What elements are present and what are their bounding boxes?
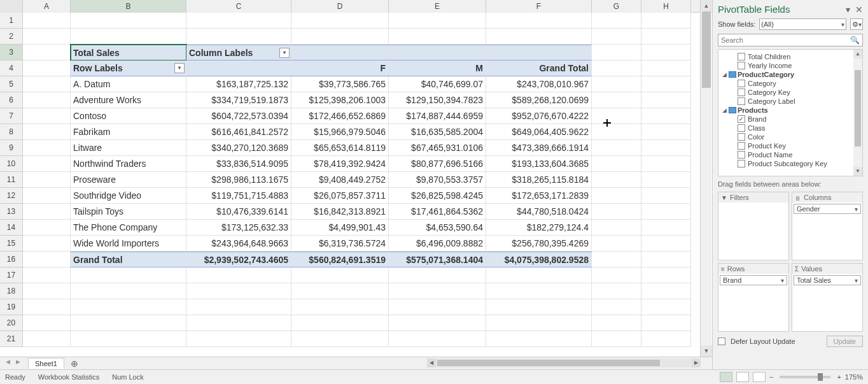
cell-A15[interactable] bbox=[23, 236, 71, 252]
ptf-fields-scroll-thumb[interactable] bbox=[855, 70, 861, 146]
pivot-title-cell[interactable]: Total Sales bbox=[71, 45, 186, 60]
cell-G9[interactable] bbox=[592, 140, 641, 156]
cell-E20[interactable] bbox=[389, 315, 486, 331]
cell-H17[interactable] bbox=[641, 267, 691, 283]
cell-D21[interactable] bbox=[291, 331, 389, 347]
cell-C18[interactable] bbox=[186, 283, 291, 299]
cell-D19[interactable] bbox=[291, 299, 389, 315]
cell-A3[interactable] bbox=[23, 45, 71, 60]
ptf-field-item[interactable]: Category Label bbox=[720, 97, 861, 106]
ptf-rows-chip[interactable]: Brand▾ bbox=[720, 275, 787, 285]
pivot-value-cell[interactable]: $26,825,598.4245 bbox=[389, 188, 486, 204]
pivot-value-cell[interactable]: $17,461,864.5362 bbox=[389, 204, 486, 220]
pivot-grand-total-value[interactable]: $575,071,368.1404 bbox=[389, 252, 486, 267]
row-header-17[interactable]: 17 bbox=[0, 267, 23, 283]
cell-B2[interactable] bbox=[71, 29, 186, 45]
pivot-value-cell[interactable]: $173,125,632.33 bbox=[186, 220, 291, 236]
ptf-field-item[interactable]: Category Key bbox=[720, 88, 861, 97]
cell-H8[interactable] bbox=[641, 124, 691, 140]
field-checkbox[interactable] bbox=[738, 142, 745, 150]
ptf-field-item[interactable]: Class bbox=[720, 124, 861, 132]
pivot-value-cell[interactable]: $78,419,392.9424 bbox=[291, 156, 389, 172]
pivot-value-cell[interactable]: $298,986,113.1675 bbox=[186, 172, 291, 188]
pivot-value-cell[interactable]: $129,150,394.7823 bbox=[389, 92, 486, 108]
pivot-value-cell[interactable]: $334,719,519.1873 bbox=[186, 92, 291, 108]
ptf-field-item[interactable]: Category bbox=[720, 79, 861, 88]
row-header-12[interactable]: 12 bbox=[0, 188, 23, 204]
cell-A17[interactable] bbox=[23, 267, 71, 283]
pivot-value-cell[interactable]: $16,842,313.8921 bbox=[291, 204, 389, 220]
cell-D20[interactable] bbox=[291, 315, 389, 331]
cell-H2[interactable] bbox=[641, 29, 691, 45]
cell-A2[interactable] bbox=[23, 29, 71, 45]
ptf-close-icon[interactable]: ✕ bbox=[855, 4, 863, 15]
cell-H11[interactable] bbox=[641, 172, 691, 188]
ptf-fields-scrollbar[interactable]: ▲ ▼ bbox=[853, 50, 862, 176]
ptf-field-item[interactable]: Brand bbox=[720, 115, 861, 124]
field-checkbox[interactable] bbox=[738, 151, 745, 159]
cell-A5[interactable] bbox=[23, 76, 71, 92]
pivot-row-label[interactable]: Fabrikam bbox=[71, 124, 186, 140]
cell-G8[interactable] bbox=[592, 124, 641, 140]
pivot-value-cell[interactable]: $16,635,585.2004 bbox=[389, 124, 486, 140]
cell-A18[interactable] bbox=[23, 283, 71, 299]
ptf-area-filters[interactable]: ▼Filters bbox=[718, 192, 789, 260]
pivot-col-hdr-f[interactable]: F bbox=[291, 60, 389, 76]
cell-H18[interactable] bbox=[641, 283, 691, 299]
field-checkbox[interactable] bbox=[738, 97, 745, 105]
row-header-2[interactable]: 2 bbox=[0, 29, 23, 45]
sheet-tab-sheet1[interactable]: Sheet1 bbox=[28, 358, 64, 369]
pivot-row-label[interactable]: Proseware bbox=[71, 172, 186, 188]
col-header-G[interactable]: G bbox=[592, 0, 641, 13]
scroll-right-button[interactable]: ▶ bbox=[692, 359, 701, 367]
cell-F18[interactable] bbox=[486, 283, 592, 299]
row-header-3[interactable]: 3 bbox=[0, 45, 23, 60]
cell-G2[interactable] bbox=[592, 29, 641, 45]
cell-G6[interactable] bbox=[592, 92, 641, 108]
row-header-19[interactable]: 19 bbox=[0, 299, 23, 315]
pivot-col-hdr-grand-total[interactable]: Grand Total bbox=[486, 60, 592, 76]
row-header-18[interactable]: 18 bbox=[0, 283, 23, 299]
cell-A14[interactable] bbox=[23, 220, 71, 236]
pivot-row-label[interactable]: Contoso bbox=[71, 108, 186, 124]
col-header-B[interactable]: B bbox=[71, 0, 186, 13]
cell-H5[interactable] bbox=[641, 76, 691, 92]
row-header-9[interactable]: 9 bbox=[0, 140, 23, 156]
cell-D18[interactable] bbox=[291, 283, 389, 299]
ptf-columns-chip[interactable]: Gender▾ bbox=[794, 204, 861, 214]
ptf-table-item[interactable]: ◢ProductCategory bbox=[720, 70, 861, 79]
pivot-value-cell[interactable]: $604,722,573.0394 bbox=[186, 108, 291, 124]
pivot-value-cell[interactable]: $952,076,670.4222 bbox=[486, 108, 592, 124]
cell-H3[interactable] bbox=[641, 45, 691, 60]
pivot-value-cell[interactable]: $125,398,206.1003 bbox=[291, 92, 389, 108]
cell-H7[interactable] bbox=[641, 108, 691, 124]
cell-A4[interactable] bbox=[23, 60, 71, 76]
ptf-values-chip[interactable]: Total Sales▾ bbox=[794, 275, 861, 285]
ptf-field-item[interactable]: Color bbox=[720, 132, 861, 141]
cell-A8[interactable] bbox=[23, 124, 71, 140]
cell-G14[interactable] bbox=[592, 220, 641, 236]
ptf-defer-layout[interactable]: Defer Layout Update bbox=[718, 338, 795, 345]
column-labels-dropdown[interactable]: ▾ bbox=[279, 48, 290, 58]
pivot-value-cell[interactable]: $26,075,857.3711 bbox=[291, 188, 389, 204]
vertical-scrollbar[interactable]: ▲ ▼ bbox=[700, 0, 711, 357]
cell-H13[interactable] bbox=[641, 204, 691, 220]
ptf-scroll-down-icon[interactable]: ▼ bbox=[853, 167, 862, 176]
row-header-6[interactable]: 6 bbox=[0, 92, 23, 108]
cell-F20[interactable] bbox=[486, 315, 592, 331]
pivot-value-cell[interactable]: $589,268,120.0699 bbox=[486, 92, 592, 108]
cell-F2[interactable] bbox=[486, 29, 592, 45]
scroll-left-button[interactable]: ◀ bbox=[427, 359, 436, 367]
cell-B20[interactable] bbox=[71, 315, 186, 331]
pivot-value-cell[interactable]: $6,319,736.5724 bbox=[291, 236, 389, 252]
view-normal-button[interactable] bbox=[720, 372, 732, 382]
pivot-row-label[interactable]: Tailspin Toys bbox=[71, 204, 186, 220]
view-page-break-button[interactable] bbox=[753, 372, 766, 382]
pivot-value-cell[interactable]: $9,870,553.3757 bbox=[389, 172, 486, 188]
cell-B1[interactable] bbox=[71, 13, 186, 29]
row-header-14[interactable]: 14 bbox=[0, 220, 23, 236]
cell-D17[interactable] bbox=[291, 267, 389, 283]
cell-A11[interactable] bbox=[23, 172, 71, 188]
cell-F21[interactable] bbox=[486, 331, 592, 347]
pivot-value-cell[interactable]: $80,877,696.5166 bbox=[389, 156, 486, 172]
